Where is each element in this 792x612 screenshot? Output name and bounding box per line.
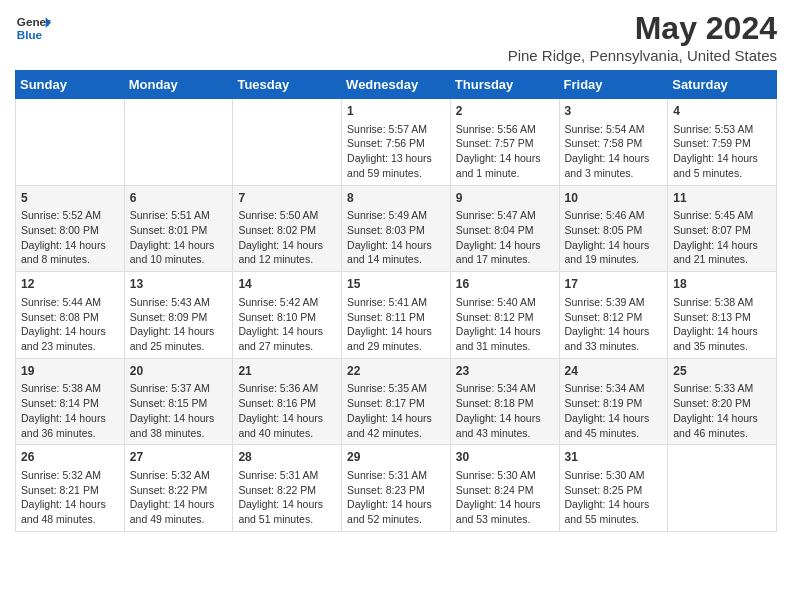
day-number: 20 bbox=[130, 363, 228, 380]
day-number: 12 bbox=[21, 276, 119, 293]
day-info: Sunrise: 5:53 AM bbox=[673, 122, 771, 137]
day-info: Daylight: 14 hours and 53 minutes. bbox=[456, 497, 554, 526]
day-info: Sunset: 8:14 PM bbox=[21, 396, 119, 411]
day-info: Daylight: 14 hours and 38 minutes. bbox=[130, 411, 228, 440]
day-info: Sunrise: 5:46 AM bbox=[565, 208, 663, 223]
day-number: 14 bbox=[238, 276, 336, 293]
day-cell: 26Sunrise: 5:32 AMSunset: 8:21 PMDayligh… bbox=[16, 445, 125, 532]
day-info: Sunset: 8:19 PM bbox=[565, 396, 663, 411]
day-info: Sunrise: 5:50 AM bbox=[238, 208, 336, 223]
day-cell bbox=[16, 99, 125, 186]
day-info: Daylight: 14 hours and 14 minutes. bbox=[347, 238, 445, 267]
col-header-wednesday: Wednesday bbox=[342, 71, 451, 99]
day-info: Sunrise: 5:44 AM bbox=[21, 295, 119, 310]
day-info: Daylight: 14 hours and 46 minutes. bbox=[673, 411, 771, 440]
day-number: 6 bbox=[130, 190, 228, 207]
week-row-1: 1Sunrise: 5:57 AMSunset: 7:56 PMDaylight… bbox=[16, 99, 777, 186]
day-info: Sunset: 8:02 PM bbox=[238, 223, 336, 238]
week-row-2: 5Sunrise: 5:52 AMSunset: 8:00 PMDaylight… bbox=[16, 185, 777, 272]
day-info: Daylight: 14 hours and 43 minutes. bbox=[456, 411, 554, 440]
day-number: 22 bbox=[347, 363, 445, 380]
day-info: Sunset: 8:22 PM bbox=[238, 483, 336, 498]
day-info: Sunset: 8:01 PM bbox=[130, 223, 228, 238]
day-info: Sunrise: 5:34 AM bbox=[456, 381, 554, 396]
day-cell: 7Sunrise: 5:50 AMSunset: 8:02 PMDaylight… bbox=[233, 185, 342, 272]
day-cell: 3Sunrise: 5:54 AMSunset: 7:58 PMDaylight… bbox=[559, 99, 668, 186]
day-info: Daylight: 14 hours and 49 minutes. bbox=[130, 497, 228, 526]
day-cell: 22Sunrise: 5:35 AMSunset: 8:17 PMDayligh… bbox=[342, 358, 451, 445]
day-number: 26 bbox=[21, 449, 119, 466]
day-info: Daylight: 14 hours and 23 minutes. bbox=[21, 324, 119, 353]
day-cell: 13Sunrise: 5:43 AMSunset: 8:09 PMDayligh… bbox=[124, 272, 233, 359]
day-cell: 1Sunrise: 5:57 AMSunset: 7:56 PMDaylight… bbox=[342, 99, 451, 186]
day-number: 8 bbox=[347, 190, 445, 207]
day-number: 17 bbox=[565, 276, 663, 293]
day-info: Sunrise: 5:38 AM bbox=[673, 295, 771, 310]
day-info: Daylight: 14 hours and 25 minutes. bbox=[130, 324, 228, 353]
day-number: 19 bbox=[21, 363, 119, 380]
day-info: Sunrise: 5:32 AM bbox=[130, 468, 228, 483]
col-header-thursday: Thursday bbox=[450, 71, 559, 99]
subtitle: Pine Ridge, Pennsylvania, United States bbox=[508, 47, 777, 64]
day-cell: 6Sunrise: 5:51 AMSunset: 8:01 PMDaylight… bbox=[124, 185, 233, 272]
day-info: Sunset: 8:11 PM bbox=[347, 310, 445, 325]
week-row-4: 19Sunrise: 5:38 AMSunset: 8:14 PMDayligh… bbox=[16, 358, 777, 445]
day-cell: 29Sunrise: 5:31 AMSunset: 8:23 PMDayligh… bbox=[342, 445, 451, 532]
day-number: 18 bbox=[673, 276, 771, 293]
day-info: Sunrise: 5:40 AM bbox=[456, 295, 554, 310]
week-row-3: 12Sunrise: 5:44 AMSunset: 8:08 PMDayligh… bbox=[16, 272, 777, 359]
col-header-monday: Monday bbox=[124, 71, 233, 99]
day-cell: 21Sunrise: 5:36 AMSunset: 8:16 PMDayligh… bbox=[233, 358, 342, 445]
day-number: 16 bbox=[456, 276, 554, 293]
day-cell: 30Sunrise: 5:30 AMSunset: 8:24 PMDayligh… bbox=[450, 445, 559, 532]
day-cell: 31Sunrise: 5:30 AMSunset: 8:25 PMDayligh… bbox=[559, 445, 668, 532]
day-info: Daylight: 14 hours and 36 minutes. bbox=[21, 411, 119, 440]
day-number: 7 bbox=[238, 190, 336, 207]
day-cell: 24Sunrise: 5:34 AMSunset: 8:19 PMDayligh… bbox=[559, 358, 668, 445]
day-info: Sunrise: 5:31 AM bbox=[238, 468, 336, 483]
day-info: Daylight: 14 hours and 45 minutes. bbox=[565, 411, 663, 440]
day-cell: 27Sunrise: 5:32 AMSunset: 8:22 PMDayligh… bbox=[124, 445, 233, 532]
day-number: 24 bbox=[565, 363, 663, 380]
day-cell: 23Sunrise: 5:34 AMSunset: 8:18 PMDayligh… bbox=[450, 358, 559, 445]
day-info: Sunrise: 5:49 AM bbox=[347, 208, 445, 223]
day-info: Sunrise: 5:51 AM bbox=[130, 208, 228, 223]
header: General Blue May 2024 Pine Ridge, Pennsy… bbox=[15, 10, 777, 64]
day-info: Sunset: 8:05 PM bbox=[565, 223, 663, 238]
day-info: Sunrise: 5:47 AM bbox=[456, 208, 554, 223]
col-header-sunday: Sunday bbox=[16, 71, 125, 99]
day-info: Daylight: 14 hours and 12 minutes. bbox=[238, 238, 336, 267]
week-row-5: 26Sunrise: 5:32 AMSunset: 8:21 PMDayligh… bbox=[16, 445, 777, 532]
day-info: Daylight: 14 hours and 17 minutes. bbox=[456, 238, 554, 267]
day-number: 15 bbox=[347, 276, 445, 293]
day-cell: 5Sunrise: 5:52 AMSunset: 8:00 PMDaylight… bbox=[16, 185, 125, 272]
day-number: 10 bbox=[565, 190, 663, 207]
day-info: Sunrise: 5:38 AM bbox=[21, 381, 119, 396]
day-info: Daylight: 14 hours and 27 minutes. bbox=[238, 324, 336, 353]
day-info: Sunset: 8:22 PM bbox=[130, 483, 228, 498]
day-number: 27 bbox=[130, 449, 228, 466]
day-info: Daylight: 14 hours and 52 minutes. bbox=[347, 497, 445, 526]
day-info: Daylight: 14 hours and 1 minute. bbox=[456, 151, 554, 180]
day-number: 29 bbox=[347, 449, 445, 466]
day-info: Sunset: 8:00 PM bbox=[21, 223, 119, 238]
day-info: Daylight: 14 hours and 10 minutes. bbox=[130, 238, 228, 267]
day-info: Daylight: 14 hours and 48 minutes. bbox=[21, 497, 119, 526]
day-info: Sunset: 7:58 PM bbox=[565, 136, 663, 151]
day-cell: 19Sunrise: 5:38 AMSunset: 8:14 PMDayligh… bbox=[16, 358, 125, 445]
day-info: Sunset: 8:18 PM bbox=[456, 396, 554, 411]
day-info: Sunset: 8:20 PM bbox=[673, 396, 771, 411]
day-info: Daylight: 14 hours and 40 minutes. bbox=[238, 411, 336, 440]
day-cell: 15Sunrise: 5:41 AMSunset: 8:11 PMDayligh… bbox=[342, 272, 451, 359]
day-info: Sunrise: 5:42 AM bbox=[238, 295, 336, 310]
day-number: 30 bbox=[456, 449, 554, 466]
day-info: Daylight: 14 hours and 29 minutes. bbox=[347, 324, 445, 353]
col-header-saturday: Saturday bbox=[668, 71, 777, 99]
day-info: Sunrise: 5:37 AM bbox=[130, 381, 228, 396]
day-info: Sunrise: 5:36 AM bbox=[238, 381, 336, 396]
day-info: Sunrise: 5:56 AM bbox=[456, 122, 554, 137]
day-info: Sunrise: 5:45 AM bbox=[673, 208, 771, 223]
day-info: Sunset: 7:57 PM bbox=[456, 136, 554, 151]
day-cell: 25Sunrise: 5:33 AMSunset: 8:20 PMDayligh… bbox=[668, 358, 777, 445]
day-cell: 16Sunrise: 5:40 AMSunset: 8:12 PMDayligh… bbox=[450, 272, 559, 359]
